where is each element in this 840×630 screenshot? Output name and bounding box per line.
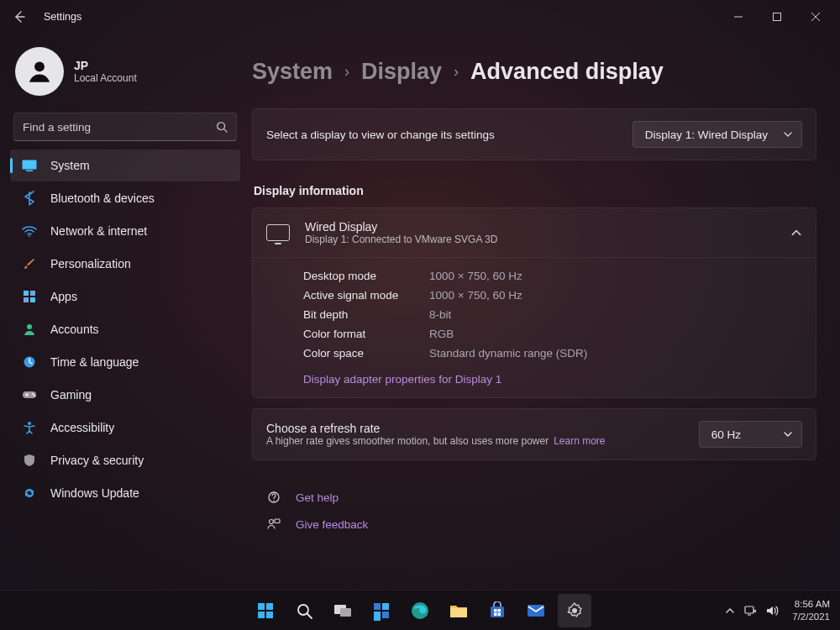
wifi-icon <box>22 223 37 239</box>
nav-apps[interactable]: Apps <box>10 281 240 312</box>
svg-point-26 <box>298 605 308 615</box>
chevron-right-icon: › <box>454 63 459 81</box>
svg-rect-35 <box>450 608 467 617</box>
taskbar: 8:56 AM 7/2/2021 <box>0 590 840 630</box>
svg-rect-5 <box>23 160 37 170</box>
svg-rect-38 <box>498 609 501 612</box>
accessibility-icon <box>22 420 37 435</box>
svg-rect-29 <box>340 608 351 617</box>
maximize-button[interactable] <box>758 3 796 30</box>
taskbar-center <box>249 594 591 627</box>
refresh-rate-dropdown[interactable]: 60 Hz <box>699 421 802 448</box>
footer-links: Get help Give feedback <box>252 484 816 538</box>
edge-button[interactable] <box>403 594 437 627</box>
nav-label: Privacy & security <box>50 454 144 467</box>
update-icon <box>22 486 37 501</box>
svg-point-20 <box>270 520 274 524</box>
svg-rect-23 <box>266 603 273 610</box>
nav-system[interactable]: System <box>10 150 240 181</box>
person-icon <box>22 322 37 337</box>
breadcrumb-system[interactable]: System <box>252 59 333 85</box>
kv-val: 1000 × 750, 60 Hz <box>429 270 522 282</box>
chevron-down-icon <box>783 129 793 139</box>
breadcrumb-display[interactable]: Display <box>361 59 442 85</box>
svg-rect-39 <box>494 612 497 616</box>
nav: System Bluetooth & devices Network & int… <box>7 150 244 509</box>
feedback-icon <box>267 517 282 531</box>
breadcrumb-current: Advanced display <box>470 59 664 85</box>
explorer-button[interactable] <box>442 594 475 627</box>
svg-line-4 <box>224 129 228 133</box>
svg-point-16 <box>34 395 35 396</box>
chevron-up-icon <box>790 227 802 239</box>
minimize-button[interactable] <box>719 3 758 30</box>
kv-val: Standard dynamic range (SDR) <box>429 347 587 360</box>
tray-chevron-up-icon[interactable] <box>725 606 735 616</box>
tray-network-icon[interactable] <box>743 605 757 617</box>
nav-bluetooth[interactable]: Bluetooth & devices <box>10 182 240 214</box>
chevron-down-icon <box>783 429 793 439</box>
kv-val: RGB <box>429 328 454 340</box>
nav-label: Accounts <box>50 323 99 336</box>
svg-rect-25 <box>266 612 273 618</box>
link-label: Give feedback <box>296 518 368 531</box>
nav-label: Time & language <box>50 355 139 369</box>
refresh-sub: A higher rate gives smoother motion, but… <box>266 435 685 447</box>
display-dropdown[interactable]: Display 1: Wired Display <box>633 121 802 148</box>
display-info-header[interactable]: Wired Display Display 1: Connected to VM… <box>253 208 816 258</box>
svg-rect-33 <box>382 612 389 618</box>
give-feedback-link[interactable]: Give feedback <box>252 511 816 538</box>
svg-rect-30 <box>374 603 381 610</box>
start-button[interactable] <box>249 594 282 627</box>
learn-more-link[interactable]: Learn more <box>554 435 605 447</box>
settings-button[interactable] <box>558 594 591 627</box>
nav-network[interactable]: Network & internet <box>10 215 240 247</box>
search-button[interactable] <box>287 594 321 627</box>
store-button[interactable] <box>480 594 514 627</box>
mail-button[interactable] <box>519 594 553 627</box>
widgets-button[interactable] <box>365 594 398 627</box>
profile-account: Local Account <box>74 72 137 84</box>
profile[interactable]: JP Local Account <box>7 42 244 111</box>
svg-rect-1 <box>774 13 781 21</box>
nav-personalization[interactable]: Personalization <box>10 248 240 280</box>
kv-key: Color format <box>303 328 429 340</box>
kv-val: 8-bit <box>429 308 451 321</box>
nav-accounts[interactable]: Accounts <box>10 313 240 345</box>
svg-rect-24 <box>258 612 265 618</box>
close-button[interactable] <box>796 3 835 30</box>
link-label: Get help <box>296 491 339 504</box>
nav-label: System <box>50 159 90 172</box>
nav-time[interactable]: Time & language <box>10 346 240 378</box>
sidebar: JP Local Account System Bluetooth & devi… <box>0 34 252 590</box>
nav-update[interactable]: Windows Update <box>10 477 240 509</box>
nav-accessibility[interactable]: Accessibility <box>10 412 240 444</box>
clock-icon <box>22 354 37 370</box>
adapter-properties-link[interactable]: Display adapter properties for Display 1 <box>253 368 816 397</box>
nav-privacy[interactable]: Privacy & security <box>10 444 240 476</box>
nav-label: Bluetooth & devices <box>50 192 155 205</box>
back-button[interactable] <box>5 3 34 31</box>
tray-clock[interactable]: 8:56 AM 7/2/2021 <box>792 598 830 622</box>
taskview-button[interactable] <box>326 594 360 627</box>
kv-key: Desktop mode <box>303 270 429 282</box>
svg-rect-40 <box>498 612 501 616</box>
kv-key: Color space <box>303 347 429 360</box>
svg-rect-41 <box>528 605 544 617</box>
tray-date: 7/2/2021 <box>792 611 830 622</box>
breadcrumb: System › Display › Advanced display <box>252 59 816 85</box>
svg-point-19 <box>273 500 274 501</box>
nav-gaming[interactable]: Gaming <box>10 379 240 411</box>
search-box[interactable] <box>13 113 237 141</box>
search-icon <box>216 121 228 133</box>
get-help-link[interactable]: Get help <box>252 484 816 511</box>
kv-key: Active signal mode <box>303 289 429 302</box>
kv-key: Bit depth <box>303 308 429 321</box>
gamepad-icon <box>22 387 37 402</box>
tray-volume-icon[interactable] <box>765 605 779 617</box>
display-info-card: Wired Display Display 1: Connected to VM… <box>252 207 816 398</box>
tray-time: 8:56 AM <box>792 598 830 610</box>
search-input[interactable] <box>23 121 216 134</box>
svg-point-2 <box>34 61 45 71</box>
system-icon <box>22 158 37 173</box>
